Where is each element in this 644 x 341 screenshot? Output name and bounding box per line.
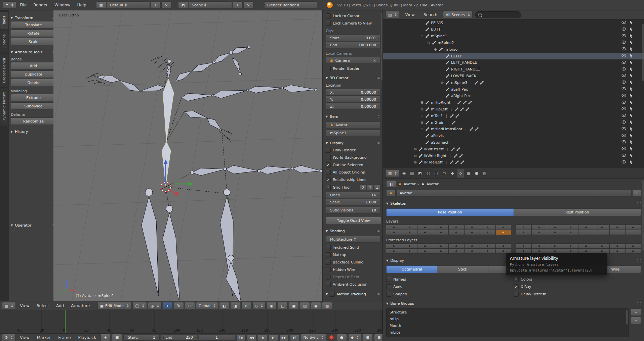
cursor-select-icon[interactable] (629, 34, 633, 39)
bone-badge-icon[interactable] (449, 160, 454, 164)
search-input[interactable] (475, 11, 521, 18)
editor-type-timeline-select[interactable]: ⊙ (2, 334, 15, 341)
viewport-shading-select[interactable]: ◯ (132, 302, 147, 309)
bone-group-item-structure[interactable]: Structure (387, 309, 629, 315)
eye-icon[interactable] (621, 147, 626, 151)
increment-arrow-icon[interactable] (378, 105, 379, 108)
display-all-object-origins[interactable]: All Object Origins (326, 170, 380, 175)
display-delay-refresh[interactable]: Delay Refresh (514, 292, 641, 297)
snap-magnet-button[interactable]: ∩ (241, 302, 251, 309)
cursor-select-icon[interactable] (629, 20, 633, 26)
cursor-select-icon[interactable] (629, 80, 633, 85)
increment-arrow-icon[interactable] (378, 209, 379, 211)
layer-toggle[interactable] (448, 225, 465, 230)
layer-toggle[interactable] (417, 243, 433, 249)
display-only-render-checkbox[interactable] (326, 148, 331, 153)
layer-toggle[interactable] (594, 243, 610, 249)
eye-icon[interactable] (621, 47, 626, 52)
layer-toggle[interactable] (625, 248, 641, 254)
record-button[interactable] (329, 335, 334, 340)
cursor-select-icon[interactable] (629, 113, 633, 118)
tab-render[interactable]: ◉ (400, 169, 407, 178)
outliner-row-mhipright[interactable]: ⊕mHipRight| (383, 99, 644, 106)
eye-icon[interactable] (621, 54, 626, 58)
increment-arrow-icon[interactable] (378, 98, 379, 101)
item-object-field[interactable]: ♟Avatar (326, 121, 380, 128)
button-scale[interactable]: Scale (11, 38, 56, 45)
layer-toggle[interactable] (433, 248, 449, 254)
properties-scrollbar[interactable] (642, 180, 644, 251)
layer-toggle[interactable] (417, 225, 433, 230)
menu-file[interactable]: File (17, 0, 30, 10)
menu-window[interactable]: Window (51, 0, 73, 10)
layer-toggle[interactable] (609, 243, 626, 249)
bone-badge-icon[interactable] (460, 160, 465, 164)
cursor-select-icon[interactable] (629, 53, 633, 59)
menu-render[interactable]: Render (30, 0, 51, 10)
eye-icon[interactable] (621, 134, 626, 138)
grid-floor[interactable]: ✓Grid FloorXYZ (326, 185, 380, 190)
bone-groups-list[interactable]: StructuremLipMouthmLips (386, 308, 629, 337)
jump-to-start-button[interactable]: |◀ (236, 334, 246, 341)
expander-icon[interactable]: ⊖ (426, 41, 432, 45)
layer-toggle[interactable] (594, 230, 610, 235)
grid-subdivisions[interactable]: Subdivisions:10 (326, 207, 380, 213)
timeline-menu-view[interactable]: View (17, 333, 32, 341)
display-x-ray[interactable]: ✓X-Ray (514, 284, 641, 289)
display-colors-checkbox[interactable]: ✓ (514, 277, 519, 282)
outliner-menu-search[interactable]: Search (420, 10, 440, 19)
decrement-arrow-icon[interactable] (327, 98, 328, 101)
outliner-row-left-handle[interactable]: LEFT_HANDLE (383, 59, 644, 66)
shading-ambient-occlusion[interactable]: Ambient Occlusion (326, 282, 380, 287)
cursor-select-icon[interactable] (629, 87, 633, 92)
outliner-row-lower-back[interactable]: LOWER_BACK (383, 72, 644, 79)
eye-icon[interactable] (621, 20, 626, 25)
shading-backface-culling[interactable]: Backface Culling (326, 260, 380, 265)
timeline-menu-marker[interactable]: Marker (34, 333, 54, 341)
tab-constraints[interactable]: ⊃ (441, 169, 448, 178)
display-relationship-lines[interactable]: ✓Relationship Lines (326, 177, 380, 182)
layer-toggle[interactable] (417, 230, 433, 235)
timeline-menu-frame[interactable]: Frame (55, 333, 74, 341)
decrement-arrow-icon[interactable] (125, 336, 126, 339)
layer-toggle[interactable] (563, 230, 579, 235)
eye-icon[interactable] (621, 160, 626, 165)
insert-keyframe-button[interactable]: ⊞ (363, 334, 373, 341)
outliner-row-astomach[interactable]: aStomach (383, 139, 644, 146)
eye-icon[interactable] (621, 74, 626, 78)
expander-icon[interactable]: ⊕ (412, 160, 418, 164)
bone-badge-icon[interactable] (465, 107, 470, 111)
eye-icon[interactable] (621, 107, 626, 111)
layer-toggle[interactable] (433, 230, 449, 235)
shading-matcap-checkbox[interactable] (326, 252, 331, 257)
outliner-menu-view[interactable]: View (402, 10, 417, 19)
display-shapes-checkbox[interactable] (386, 292, 391, 297)
browse-context-icon[interactable]: ◧ (386, 180, 396, 188)
panel-checkbox[interactable] (330, 292, 335, 297)
tool-tab-grease-pencil[interactable]: Grease Pencil (0, 54, 8, 87)
proportional-edit-icon[interactable]: ◉ (267, 302, 277, 309)
layer-toggle[interactable] (448, 248, 465, 254)
cursor-x[interactable]: X:0.00000 (326, 89, 380, 96)
button-extrude[interactable]: Extrude (11, 94, 56, 101)
button-octahedral[interactable]: Octahedral (386, 265, 437, 273)
outliner-row-mhindlimbsroot[interactable]: ⊕mHindLimbsRoot| (383, 126, 644, 133)
prev-keyframe-button[interactable]: ◀◀ (247, 334, 256, 341)
keying-set-select[interactable]: ◆ (348, 334, 361, 341)
bone-badge-icon[interactable] (450, 147, 455, 151)
display-outline-selected-checkbox[interactable]: ✓ (326, 162, 331, 167)
layer-toggle[interactable] (402, 243, 418, 249)
layer-toggle[interactable] (402, 225, 418, 230)
display-x-ray-checkbox[interactable]: ✓ (514, 284, 519, 289)
decrement-arrow-icon[interactable] (327, 194, 328, 196)
increment-arrow-icon[interactable] (378, 194, 379, 196)
frame-start[interactable]: Start:1 (123, 334, 160, 341)
scene-selector-close-button[interactable]: × (243, 1, 253, 9)
button-delete[interactable]: Delete (11, 79, 56, 86)
cursor-select-icon[interactable] (629, 133, 633, 139)
render-border-checkbox[interactable] (326, 66, 331, 71)
manipulator-translate-button[interactable]: + (163, 302, 173, 309)
screen-layout-selector-field[interactable]: Default (107, 1, 150, 9)
cursor-z[interactable]: Z:0.00000 (326, 103, 380, 110)
shading-mode-select[interactable]: Multitexture (326, 236, 380, 243)
